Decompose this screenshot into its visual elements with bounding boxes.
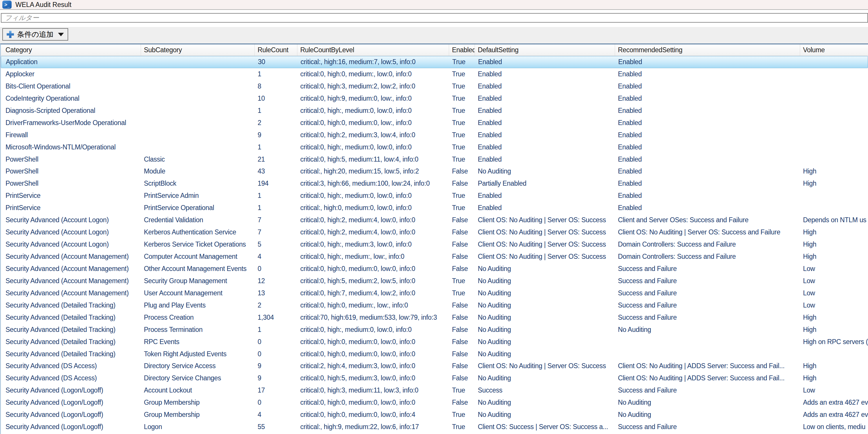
table-row[interactable]: Security Advanced (Account Management)Ot… — [1, 263, 868, 275]
cell-enabled: True — [449, 409, 475, 421]
table-row[interactable]: Applocker1critical:0, high:0, medium:, l… — [1, 68, 868, 80]
cell-rulecountbylevel: critical:0, high:2, medium:3, low:4, inf… — [297, 129, 449, 141]
table-row[interactable]: Security Advanced (Account Logon)Kerbero… — [1, 226, 868, 239]
table-row[interactable]: Security Advanced (Detailed Tracking)RPC… — [1, 336, 868, 348]
table-row[interactable]: CodeIntegrity Operational10critical:0, h… — [1, 93, 868, 105]
cell-defaultsetting: Client OS: Success | Server OS: Success … — [475, 421, 615, 433]
table-row[interactable]: Security Advanced (Logon/Logoff)Group Me… — [1, 397, 868, 409]
cell-rulecount: 17 — [255, 384, 297, 397]
column-header-enabled[interactable]: Enabled — [449, 44, 475, 56]
table-row[interactable]: Microsoft-Windows-NTLM/Operational1criti… — [1, 141, 868, 153]
table-row[interactable]: Security Advanced (Detailed Tracking)Pro… — [1, 324, 868, 336]
table-row[interactable]: Diagnosis-Scripted Operational1critical:… — [1, 105, 868, 117]
table-row[interactable]: Security Advanced (Account Logon)Credent… — [1, 214, 868, 226]
cell-volume: High — [800, 372, 868, 384]
cell-enabled: False — [449, 165, 475, 178]
cell-rulecountbylevel: critical:0, high:0, medium:0, low:, info… — [297, 117, 449, 129]
table-row[interactable]: Security Advanced (DS Access)Directory S… — [1, 372, 868, 384]
cell-rulecountbylevel: critical:0, high:0, medium:0, low:0, inf… — [297, 397, 449, 409]
cell-subcategory: Module — [141, 165, 255, 178]
table-row[interactable]: Security Advanced (Account Management)Co… — [1, 251, 868, 263]
cell-defaultsetting: Success — [475, 384, 615, 397]
column-header-rulecountbylevel[interactable]: RuleCountByLevel — [297, 44, 449, 56]
cell-enabled: True — [449, 287, 475, 300]
table-row[interactable]: Security Advanced (Detailed Tracking)Plu… — [1, 300, 868, 312]
cell-volume: High — [800, 251, 868, 263]
cell-defaultsetting: No Auditing — [475, 300, 615, 312]
cell-subcategory: Process Termination — [141, 324, 255, 336]
cell-rulecount: 2 — [255, 300, 297, 312]
column-header-category[interactable]: Category — [1, 44, 141, 56]
cell-rulecountbylevel: critical:70, high:619, medium:533, low:7… — [297, 312, 449, 324]
filter-input[interactable] — [1, 13, 868, 23]
cell-rulecountbylevel: critical:, high:0, medium:0, low:0, info… — [297, 202, 449, 214]
table-row[interactable]: PrintServicePrintService Admin1critical:… — [1, 190, 868, 202]
table-row[interactable]: Security Advanced (Logon/Logoff)Group Me… — [1, 409, 868, 421]
cell-defaultsetting: Partially Enabled — [475, 178, 615, 190]
plus-icon — [7, 31, 14, 38]
cell-recommendedsetting: Enabled — [615, 117, 800, 129]
cell-recommendedsetting: Enabled — [615, 105, 800, 117]
cell-rulecount: 1 — [255, 105, 297, 117]
table-row[interactable]: Security Advanced (Account Management)Us… — [1, 287, 868, 300]
table-row[interactable]: Security Advanced (Account Logon)Kerbero… — [1, 239, 868, 251]
table-row[interactable]: Security Advanced (Account Management)Se… — [1, 275, 868, 287]
cell-rulecount: 0 — [255, 397, 297, 409]
cell-volume: High — [800, 312, 868, 324]
table-row[interactable]: Application30critical:, high:16, medium:… — [1, 56, 868, 68]
chevron-down-icon — [58, 33, 64, 36]
table-row[interactable]: Security Advanced (DS Access)Directory S… — [1, 360, 868, 372]
table-row[interactable]: PowerShellClassic21critical:0, high:5, m… — [1, 153, 868, 166]
cell-enabled: True — [449, 93, 475, 105]
cell-volume — [800, 105, 868, 117]
cell-enabled: False — [449, 348, 475, 360]
column-header-rulecount[interactable]: RuleCount — [255, 44, 297, 56]
cell-category: Diagnosis-Scripted Operational — [1, 105, 141, 117]
cell-rulecount: 12 — [255, 275, 297, 287]
table-row[interactable]: PrintServicePrintService Operational1cri… — [1, 202, 868, 214]
table-row[interactable]: Security Advanced (Logon/Logoff)Logon55c… — [1, 421, 868, 433]
cell-volume: Adds an extra 4627 ev — [800, 409, 868, 421]
table-row[interactable]: Security Advanced (Detailed Tracking)Tok… — [1, 348, 868, 360]
cell-subcategory: Directory Service Changes — [141, 372, 255, 384]
table-row[interactable]: PowerShellScriptBlock194critical:3, high… — [1, 178, 868, 190]
cell-recommendedsetting: Client OS: No Auditing | Server OS: Succ… — [615, 226, 800, 239]
cell-volume — [800, 348, 868, 360]
cell-volume — [800, 129, 868, 141]
cell-volume: Low on clients, mediu — [800, 421, 868, 433]
cell-subcategory: Plug and Play Events — [141, 300, 255, 312]
column-header-subcategory[interactable]: SubCategory — [141, 44, 255, 56]
cell-enabled: False — [449, 214, 475, 226]
cell-defaultsetting: No Auditing — [475, 287, 615, 300]
cell-rulecountbylevel: critical:0, high:, medium:0, low:0, info… — [297, 324, 449, 336]
cell-recommendedsetting: Domain Controllers: Success and Failure — [615, 239, 800, 251]
cell-enabled: False — [449, 312, 475, 324]
column-header-volume[interactable]: Volume — [800, 44, 868, 56]
add-criteria-button[interactable]: 条件の追加 — [2, 28, 68, 41]
table-row[interactable]: Bits-Client Operational8critical:0, high… — [1, 80, 868, 93]
cell-category: Security Advanced (Logon/Logoff) — [1, 421, 141, 433]
cell-recommendedsetting: Enabled — [615, 80, 800, 93]
cell-rulecount: 0 — [255, 263, 297, 275]
cell-category: Microsoft-Windows-NTLM/Operational — [1, 141, 141, 153]
table-row[interactable]: Security Advanced (Detailed Tracking)Pro… — [1, 312, 868, 324]
cell-category: Security Advanced (Detailed Tracking) — [1, 336, 141, 348]
column-header-defaultsetting[interactable]: DefaultSetting — [475, 44, 615, 56]
cell-subcategory — [141, 93, 255, 105]
column-header-recommendedsetting[interactable]: RecommendedSetting — [615, 44, 800, 56]
table-row[interactable]: Firewall9critical:0, high:2, medium:3, l… — [1, 129, 868, 141]
results-grid: CategorySubCategoryRuleCountRuleCountByL… — [0, 43, 868, 434]
cell-volume: High — [800, 239, 868, 251]
cell-recommendedsetting: Success and Failure — [615, 384, 800, 397]
cell-rulecountbylevel: critical:3, high:66, medium:100, low:24,… — [297, 178, 449, 190]
cell-defaultsetting: Enabled — [475, 202, 615, 214]
table-row[interactable]: PowerShellModule43critical:, high:20, me… — [1, 165, 868, 178]
cell-recommendedsetting: Enabled — [615, 93, 800, 105]
cell-category: Security Advanced (Account Logon) — [1, 239, 141, 251]
cell-defaultsetting: Client OS: No Auditing | Server OS: Succ… — [475, 226, 615, 239]
table-row[interactable]: DriverFrameworks-UserMode Operational2cr… — [1, 117, 868, 129]
cell-rulecountbylevel: critical:0, high:7, medium:4, low:2, inf… — [297, 287, 449, 300]
cell-recommendedsetting: Client OS: No Auditing | ADDS Server: Su… — [615, 360, 800, 372]
cell-recommendedsetting: No Auditing — [615, 324, 800, 336]
table-row[interactable]: Security Advanced (Logon/Logoff)Account … — [1, 384, 868, 397]
